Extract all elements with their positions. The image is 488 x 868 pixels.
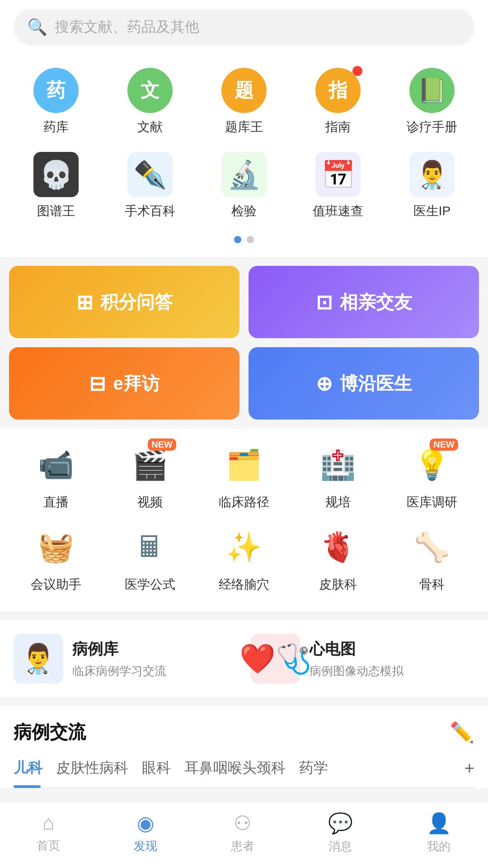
tupuwang-label: 图谱王 bbox=[37, 203, 75, 220]
message-icon: 💬 bbox=[328, 811, 353, 835]
guipei-icon: 🏥 bbox=[320, 448, 356, 482]
pifuke-icon-wrap: 🫀 bbox=[315, 524, 361, 570]
ebaifang-label: e拜访 bbox=[113, 371, 159, 396]
tools-section: 📹 直播 🎬 NEW 视频 🗂️ 临床路径 🏥 规培 💡 bbox=[0, 429, 488, 611]
xiangqin-icon: ⊡ bbox=[316, 291, 333, 314]
tool-yikudiaoyan[interactable]: 💡 NEW 医库调研 bbox=[391, 442, 473, 511]
banner-jifen[interactable]: ⊞ 积分问答 bbox=[9, 266, 239, 338]
tool-zhibo[interactable]: 📹 直播 bbox=[15, 442, 97, 511]
nav-homepage[interactable]: ⌂ 首页 bbox=[37, 811, 60, 854]
jingluonanxue-label: 经络腧穴 bbox=[219, 576, 269, 593]
search-input-wrap[interactable]: 🔍 搜索文献、药品及其他 bbox=[14, 9, 474, 45]
tool-yixuegongshi[interactable]: 🖩 医学公式 bbox=[109, 524, 191, 593]
icon-zhinan[interactable]: 指 指南 bbox=[302, 68, 374, 136]
search-placeholder-text: 搜索文献、药品及其他 bbox=[55, 17, 199, 37]
nav-discover-label: 发现 bbox=[134, 838, 157, 854]
tikuwang-label: 题库王 bbox=[225, 118, 263, 136]
tool-guipei[interactable]: 🏥 规培 bbox=[297, 442, 379, 511]
nav-mine[interactable]: 👤 我的 bbox=[427, 811, 451, 854]
yaku-label: 药库 bbox=[43, 118, 69, 136]
tab-erbiyanhou[interactable]: 耳鼻咽喉头颈科 bbox=[184, 758, 299, 787]
wenxian-label: 文献 bbox=[137, 118, 163, 136]
yishenip-square: 👨‍⚕️ bbox=[409, 152, 455, 197]
nav-patient-label: 患者 bbox=[231, 838, 254, 854]
tab-erke[interactable]: 儿科 bbox=[14, 758, 56, 787]
wenxian-circle: 文 bbox=[127, 68, 173, 113]
special-card-xindiantu[interactable]: ❤️‍🩺 心电图 病例图像动态模拟 bbox=[251, 634, 474, 684]
special-card-bingliku[interactable]: 👨‍⚕️ 病例库 临床病例学习交流 bbox=[14, 634, 237, 684]
tab-yaoxue[interactable]: 药学 bbox=[299, 758, 342, 787]
nav-discover[interactable]: ◉ 发现 bbox=[134, 811, 157, 854]
yixuegongshi-icon-wrap: 🖩 bbox=[127, 524, 173, 570]
yaku-circle: 药 bbox=[33, 68, 79, 113]
zhinan-label: 指南 bbox=[325, 118, 351, 136]
tool-huiyizhushou[interactable]: 🧺 会议助手 bbox=[15, 524, 97, 593]
pagination-dots bbox=[9, 236, 479, 243]
zhenliao-circle: 📗 bbox=[409, 68, 455, 113]
tikuwang-circle: 题 bbox=[221, 68, 267, 113]
banner-boyanyisheng[interactable]: ⊕ 博沿医生 bbox=[249, 347, 479, 420]
banner-ebaifang[interactable]: ⊟ e拜访 bbox=[9, 347, 239, 420]
bingliku-icon: 👨‍⚕️ bbox=[20, 642, 56, 676]
icon-yishenip[interactable]: 👨‍⚕️ 医生IP bbox=[396, 152, 468, 220]
linchluangjing-label: 临床路径 bbox=[219, 494, 269, 511]
discover-icon: ◉ bbox=[137, 811, 154, 835]
icon-wenxian[interactable]: 文 文献 bbox=[114, 68, 186, 136]
patient-icon: ⚇ bbox=[234, 811, 251, 835]
jianyan-square: 🔬 bbox=[221, 152, 267, 197]
tupuwang-square: 💀 bbox=[33, 152, 79, 197]
banner-xiangqin[interactable]: ⊡ 相亲交友 bbox=[249, 266, 479, 338]
shipin-icon-wrap: 🎬 NEW bbox=[127, 442, 173, 487]
shipin-icon: 🎬 bbox=[132, 448, 168, 482]
xindiantu-icon-wrap: ❤️‍🩺 bbox=[251, 634, 300, 684]
icon-grid-section: 药 药库 文 文献 题 题库王 指 指南 📗 诊疗手册 💀 图 bbox=[0, 54, 488, 257]
tool-jingluonanxue[interactable]: ✨ 经络腧穴 bbox=[203, 524, 285, 593]
guipei-icon-wrap: 🏥 bbox=[315, 442, 361, 487]
tool-pifuke[interactable]: 🫀 皮肤科 bbox=[297, 524, 379, 593]
icon-tupuwang[interactable]: 💀 图谱王 bbox=[20, 152, 92, 220]
icon-zhibansucz[interactable]: 📅 值班速查 bbox=[302, 152, 374, 220]
guke-label: 骨科 bbox=[419, 576, 445, 593]
tab-plus-button[interactable]: + bbox=[465, 759, 474, 787]
nav-homepage-label: 首页 bbox=[37, 838, 60, 854]
tool-shipin[interactable]: 🎬 NEW 视频 bbox=[109, 442, 191, 511]
bingliku-title: 病例库 bbox=[72, 639, 166, 660]
ebaifang-icon: ⊟ bbox=[89, 372, 106, 395]
guipei-label: 规培 bbox=[325, 494, 351, 511]
dot-1 bbox=[234, 236, 241, 243]
nav-mine-label: 我的 bbox=[427, 839, 450, 854]
bottom-nav: ⌂ 首页 ◉ 发现 ⚇ 患者 💬 消息 👤 我的 bbox=[0, 802, 488, 868]
case-edit-button[interactable]: ✏️ bbox=[450, 721, 474, 744]
search-icon: 🔍 bbox=[27, 18, 47, 37]
icon-jianyan[interactable]: 🔬 检验 bbox=[208, 152, 280, 220]
yikudiaoyan-label: 医库调研 bbox=[407, 494, 457, 511]
bingliku-text: 病例库 临床病例学习交流 bbox=[72, 639, 166, 679]
nav-message[interactable]: 💬 消息 bbox=[328, 811, 353, 854]
yikudiaoyan-icon-wrap: 💡 NEW bbox=[409, 442, 455, 487]
banner-grid: ⊞ 积分问答 ⊡ 相亲交友 ⊟ e拜访 ⊕ 博沿医生 bbox=[0, 257, 488, 429]
zhinan-circle: 指 bbox=[315, 68, 361, 113]
tab-yanke[interactable]: 眼科 bbox=[142, 758, 184, 787]
icon-zhenliao[interactable]: 📗 诊疗手册 bbox=[396, 68, 468, 136]
shipin-label: 视频 bbox=[137, 494, 163, 511]
xindiantu-subtitle: 病例图像动态模拟 bbox=[310, 663, 404, 679]
icon-row-1: 药 药库 文 文献 题 题库王 指 指南 📗 诊疗手册 bbox=[9, 68, 479, 136]
icon-tikuwang[interactable]: 题 题库王 bbox=[208, 68, 280, 136]
search-section: 🔍 搜索文献、药品及其他 bbox=[0, 0, 488, 54]
zhinan-badge bbox=[352, 66, 362, 76]
zhibo-label: 直播 bbox=[43, 494, 69, 511]
tool-linchluangjing[interactable]: 🗂️ 临床路径 bbox=[203, 442, 285, 511]
xindiantu-text: 心电图 病例图像动态模拟 bbox=[310, 639, 404, 679]
jingluonanxue-icon: ✨ bbox=[226, 530, 262, 564]
tab-pifuxing[interactable]: 皮肤性病科 bbox=[56, 758, 142, 787]
tool-guke[interactable]: 🦴 骨科 bbox=[391, 524, 473, 593]
icon-yaku[interactable]: 药 药库 bbox=[20, 68, 92, 136]
huiyizhushou-icon-wrap: 🧺 bbox=[33, 524, 79, 570]
case-exchange-title: 病例交流 bbox=[14, 720, 86, 745]
shipin-badge-new: NEW bbox=[148, 439, 176, 451]
bingliku-subtitle: 临床病例学习交流 bbox=[72, 663, 166, 679]
nav-patient[interactable]: ⚇ 患者 bbox=[231, 811, 254, 854]
icon-shoushubk[interactable]: ✒️ 手术百科 bbox=[114, 152, 186, 220]
dot-2 bbox=[247, 236, 254, 243]
zhibansucz-label: 值班速查 bbox=[313, 203, 363, 220]
